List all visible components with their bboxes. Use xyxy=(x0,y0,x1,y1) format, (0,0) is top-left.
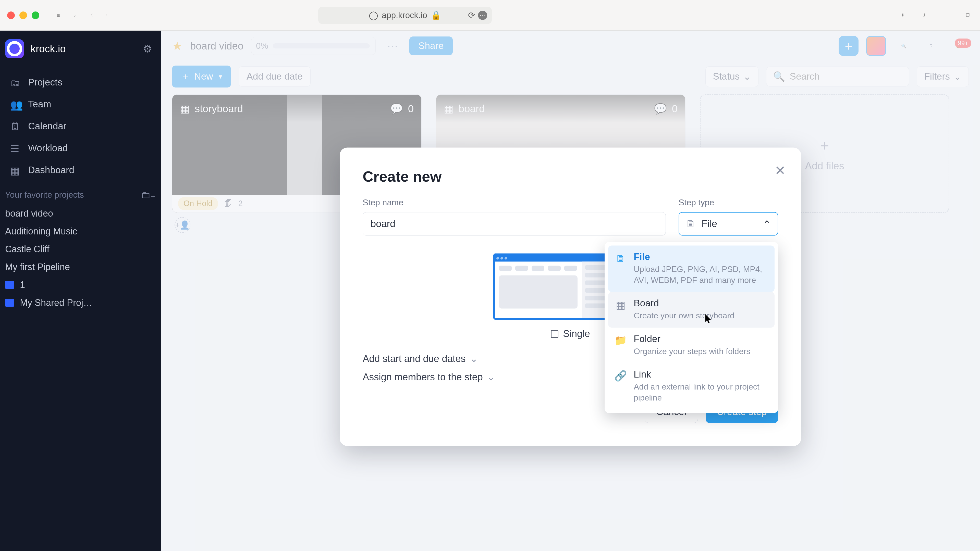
back-icon[interactable]: 〈 xyxy=(86,10,96,21)
favorite-label: board video xyxy=(5,208,53,219)
close-window-icon[interactable] xyxy=(7,11,15,19)
page-options-icon[interactable]: ⋯ xyxy=(478,11,487,20)
sidebar-toggle-icon[interactable]: ▦ xyxy=(53,10,63,21)
sidebar-item-team[interactable]: 👥Team xyxy=(0,94,161,115)
folder-icon xyxy=(5,281,14,289)
app-name: krock.io xyxy=(30,43,66,55)
close-icon[interactable]: ✕ xyxy=(775,163,786,178)
tabs-icon[interactable]: ❐ xyxy=(963,10,973,21)
favorite-project[interactable]: Castle Cliff xyxy=(0,240,161,258)
folder-icon: 📁 xyxy=(615,335,627,346)
minimize-window-icon[interactable] xyxy=(19,11,27,19)
step-name-input[interactable]: board xyxy=(363,212,666,235)
option-title: Folder xyxy=(634,333,750,345)
sidebar-item-label: Projects xyxy=(28,77,62,88)
site-settings-icon[interactable]: ◯ xyxy=(369,10,378,20)
new-tab-icon[interactable]: ＋ xyxy=(941,10,951,21)
favorite-label: My Shared Proj… xyxy=(20,297,92,308)
step-type-option-board[interactable]: ▦BoardCreate your own storyboard xyxy=(608,292,775,327)
sidebar-item-calendar[interactable]: 🗓Calendar xyxy=(0,115,161,137)
favorite-label: My first Pipeline xyxy=(5,262,70,272)
board-icon: ▦ xyxy=(615,299,627,311)
file-icon: 🗎 xyxy=(615,252,627,264)
modal-title: Create new xyxy=(363,168,778,185)
app-logo[interactable] xyxy=(5,39,24,58)
chevron-up-icon: ⌄ xyxy=(763,218,771,229)
step-type-label: Step type xyxy=(679,198,778,207)
favorite-label: 1 xyxy=(20,279,25,290)
option-desc: Organize your steps with folders xyxy=(634,346,750,357)
create-new-modal: ✕ Create new Step name board Step type 🗎… xyxy=(340,148,801,446)
favorite-project[interactable]: board video xyxy=(0,205,161,222)
dropdown-icon[interactable]: ⌄ xyxy=(69,10,80,21)
sidebar-item-label: Team xyxy=(28,99,51,110)
favorite-project[interactable]: My Shared Proj… xyxy=(0,294,161,312)
gear-icon[interactable]: ⚙ xyxy=(143,43,152,55)
sidebar: krock.io ⚙ 🗂Projects👥Team🗓Calendar☰Workl… xyxy=(0,30,161,551)
sidebar-item-label: Calendar xyxy=(28,121,66,132)
checkbox-icon xyxy=(551,330,558,338)
option-title: File xyxy=(634,251,768,262)
option-title: Link xyxy=(634,369,768,380)
favorite-label: Castle Cliff xyxy=(5,244,49,254)
step-name-label: Step name xyxy=(363,198,666,207)
favorite-label: Auditioning Music xyxy=(5,226,77,237)
workload-icon: ☰ xyxy=(10,143,21,154)
favorite-project[interactable]: My first Pipeline xyxy=(0,258,161,276)
step-type-option-link[interactable]: 🔗LinkAdd an external link to your projec… xyxy=(608,363,775,410)
link-icon: 🔗 xyxy=(615,370,627,382)
step-type-option-folder[interactable]: 📁FolderOrganize your steps with folders xyxy=(608,327,775,363)
sidebar-item-label: Dashboard xyxy=(28,165,74,176)
file-icon: 🗎 xyxy=(686,218,696,230)
step-type-select[interactable]: 🗎 File ⌄ xyxy=(679,212,778,235)
forward-icon: 〉 xyxy=(102,10,112,21)
sidebar-item-workload[interactable]: ☰Workload xyxy=(0,137,161,159)
lock-icon: 🔒 xyxy=(431,10,441,20)
option-title: Board xyxy=(634,298,735,309)
folder-icon xyxy=(5,299,14,306)
downloads-icon[interactable]: ⬇ xyxy=(897,10,908,21)
dashboard-icon: ▦ xyxy=(10,165,21,176)
favorite-project[interactable]: Auditioning Music xyxy=(0,222,161,240)
fullscreen-window-icon[interactable] xyxy=(32,11,39,19)
favorite-project[interactable]: 1 xyxy=(0,276,161,294)
option-desc: Upload JPEG, PNG, AI, PSD, MP4, AVI, WEB… xyxy=(634,264,768,286)
chevron-down-icon: ⌄ xyxy=(487,372,495,383)
calendar-icon: 🗓 xyxy=(10,121,21,132)
folder-icon: 🗂 xyxy=(10,77,21,88)
sidebar-item-projects[interactable]: 🗂Projects xyxy=(0,71,161,94)
macos-titlebar: ▦ ⌄ 〈 〉 ◯ app.krock.io 🔒 ⟳ ⋯ ⬇ ⤴ ＋ ❐ xyxy=(0,0,980,30)
add-favorite-icon[interactable]: 🗀₊ xyxy=(141,189,156,200)
option-desc: Add an external link to your project pip… xyxy=(634,381,768,403)
step-type-option-file[interactable]: 🗎FileUpload JPEG, PNG, AI, PSD, MP4, AVI… xyxy=(608,245,775,292)
favorites-header: Your favorite projects xyxy=(5,190,84,200)
sidebar-item-dashboard[interactable]: ▦Dashboard xyxy=(0,159,161,181)
window-controls[interactable] xyxy=(7,11,39,19)
team-icon: 👥 xyxy=(10,99,21,110)
share-icon[interactable]: ⤴ xyxy=(919,10,929,21)
address-bar[interactable]: ◯ app.krock.io 🔒 ⟳ ⋯ xyxy=(318,6,492,24)
sidebar-item-label: Workload xyxy=(28,143,68,154)
reload-icon[interactable]: ⟳ xyxy=(468,10,475,20)
url-text: app.krock.io xyxy=(382,11,427,20)
step-type-dropdown: 🗎FileUpload JPEG, PNG, AI, PSD, MP4, AVI… xyxy=(605,242,778,413)
chevron-down-icon: ⌄ xyxy=(470,353,478,364)
option-desc: Create your own storyboard xyxy=(634,310,735,321)
